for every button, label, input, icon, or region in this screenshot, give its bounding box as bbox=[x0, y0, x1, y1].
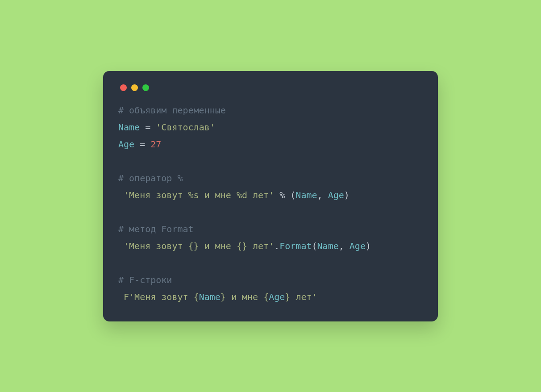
code-line: # F-строки bbox=[118, 271, 423, 288]
code-line bbox=[118, 204, 423, 221]
code-line: 'Меня зовут %s и мне %d лет' % (Name, Ag… bbox=[118, 187, 423, 204]
code-line bbox=[118, 153, 423, 170]
zoom-icon[interactable] bbox=[142, 84, 149, 91]
code-line bbox=[118, 254, 423, 271]
window-titlebar bbox=[118, 83, 423, 102]
code-block: # объявим переменныеName = 'Святослав'Ag… bbox=[118, 102, 423, 305]
code-line: F'Меня зовут {Name} и мне {Age} лет' bbox=[118, 288, 423, 305]
minimize-icon[interactable] bbox=[131, 84, 138, 91]
code-line: 'Меня зовут {} и мне {} лет'.Format(Name… bbox=[118, 238, 423, 254]
code-line: Name = 'Святослав' bbox=[118, 119, 423, 136]
close-icon[interactable] bbox=[120, 84, 127, 91]
code-line: # метод Format bbox=[118, 221, 423, 238]
code-window: # объявим переменныеName = 'Святослав'Ag… bbox=[103, 71, 438, 321]
code-line: # оператор % bbox=[118, 170, 423, 187]
code-line: Age = 27 bbox=[118, 136, 423, 153]
code-line: # объявим переменные bbox=[118, 102, 423, 119]
